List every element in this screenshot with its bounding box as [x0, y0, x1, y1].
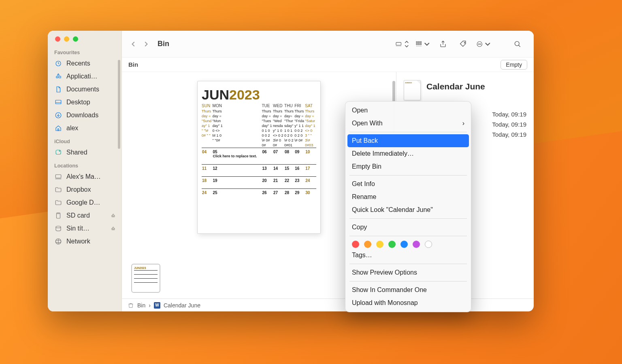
- sidebar-item-label: Dropbox: [66, 186, 91, 193]
- svg-point-29: [478, 44, 479, 44]
- cal-year: 2023: [229, 87, 260, 103]
- sidebar-item-shared[interactable]: Shared: [48, 146, 121, 159]
- sd-icon: [54, 212, 62, 220]
- svg-rect-6: [55, 175, 61, 178]
- tag-color-none[interactable]: [425, 241, 432, 248]
- context-menu: OpenOpen With›Put BackDelete Immediately…: [345, 101, 471, 312]
- doc-icon: [54, 85, 62, 93]
- sidebar-item-googled[interactable]: Google D…: [48, 196, 121, 209]
- tags-button[interactable]: [456, 38, 471, 50]
- more-actions-button[interactable]: [476, 38, 491, 50]
- svg-rect-20: [416, 41, 418, 42]
- minimize-window-button[interactable]: [64, 36, 69, 42]
- svg-point-5: [59, 150, 60, 152]
- menu-separator: [349, 281, 467, 281]
- sidebar-item-applicati[interactable]: Applicati…: [48, 70, 121, 83]
- menu-item-show-preview-options[interactable]: Show Preview Options: [345, 266, 471, 279]
- sidebar-item-network[interactable]: Network: [48, 235, 121, 248]
- sidebar-item-recents[interactable]: Recents: [48, 57, 121, 70]
- tag-color-red[interactable]: [352, 241, 359, 248]
- sidebar-section-label: iCloud: [48, 135, 121, 146]
- sidebar-section-label: Favourites: [48, 46, 121, 57]
- tag-color-pu[interactable]: [413, 241, 420, 248]
- toolbar: Bin: [122, 31, 534, 57]
- shared-icon: [54, 148, 62, 157]
- sidebar-item-label: SD card: [66, 212, 90, 219]
- svg-rect-23: [416, 43, 418, 44]
- window-controls: [48, 36, 121, 46]
- menu-item-upload-with-monosnap[interactable]: Upload with Monosnap: [345, 296, 471, 309]
- sidebar-item-sintt[interactable]: Sin tít…: [48, 222, 121, 235]
- sidebar-item-desktop[interactable]: Desktop: [48, 96, 121, 109]
- location-bar: Bin Empty: [122, 57, 534, 72]
- close-window-button[interactable]: [55, 36, 60, 42]
- desktop-icon: [54, 98, 62, 106]
- group-by-button[interactable]: [415, 38, 430, 50]
- forward-button[interactable]: [140, 38, 152, 50]
- view-mode-button[interactable]: [395, 38, 410, 50]
- menu-item-open[interactable]: Open: [345, 104, 471, 117]
- sidebar-item-label: Shared: [66, 149, 87, 156]
- tag-color-or[interactable]: [364, 241, 371, 248]
- menu-item-open-with[interactable]: Open With›: [345, 117, 471, 130]
- window-title: Bin: [158, 40, 169, 48]
- sidebar-item-dropbox[interactable]: Dropbox: [48, 183, 121, 196]
- folder-icon: [54, 199, 62, 207]
- empty-bin-button[interactable]: Empty: [501, 60, 527, 70]
- zoom-window-button[interactable]: [73, 36, 78, 42]
- menu-item-put-back[interactable]: Put Back: [347, 134, 469, 147]
- tag-color-gr[interactable]: [388, 241, 396, 248]
- apps-icon: [54, 72, 62, 80]
- tag-color-row: [345, 238, 471, 249]
- sidebar-item-sdcard[interactable]: SD card: [48, 209, 121, 222]
- file-icon: JUN2023: [404, 80, 421, 100]
- path-segment[interactable]: Bin: [137, 302, 145, 309]
- menu-item-get-info[interactable]: Get Info: [345, 178, 471, 190]
- sidebar-item-label: Network: [66, 238, 90, 245]
- eject-icon[interactable]: [111, 212, 116, 219]
- sidebar-item-label: Applicati…: [66, 73, 97, 80]
- menu-item-tags-[interactable]: Tags…: [345, 249, 471, 262]
- path-bar: Bin › W Calendar June: [122, 298, 534, 311]
- menu-item-show-in-commander-one[interactable]: Show In Commander One: [345, 284, 471, 296]
- location-crumb: Bin: [128, 61, 138, 68]
- menu-item-empty-bin[interactable]: Empty Bin: [345, 160, 471, 173]
- svg-rect-25: [420, 43, 422, 44]
- svg-point-30: [479, 44, 480, 44]
- menu-separator: [349, 264, 467, 264]
- menu-separator: [349, 236, 467, 236]
- globe-icon: [54, 237, 62, 245]
- svg-rect-4: [58, 129, 59, 131]
- tag-color-bl[interactable]: [400, 241, 408, 248]
- menu-item-rename[interactable]: Rename: [345, 190, 471, 203]
- sidebar-item-label: Downloads: [66, 112, 98, 119]
- menu-item-quick-look--calendar-june-[interactable]: Quick Look "Calendar June": [345, 203, 471, 216]
- path-segment[interactable]: Calendar June: [164, 302, 200, 309]
- menu-item-delete-immediately-[interactable]: Delete Immediately…: [345, 147, 471, 160]
- sidebar-item-label: Documents: [66, 86, 99, 93]
- sidebar-scrollbar[interactable]: [118, 60, 120, 149]
- disk-icon: [54, 224, 62, 233]
- word-doc-icon: W: [154, 302, 160, 309]
- svg-point-27: [464, 42, 465, 43]
- sidebar-item-label: Sin tít…: [66, 225, 89, 232]
- sidebar-item-downloads[interactable]: Downloads: [48, 109, 121, 122]
- menu-separator: [349, 175, 467, 176]
- sidebar-item-alex[interactable]: alex: [48, 122, 121, 135]
- folder-icon: [54, 186, 62, 194]
- back-button[interactable]: [128, 38, 140, 50]
- sidebar-item-label: Alex's Ma…: [66, 173, 101, 180]
- svg-point-32: [515, 41, 519, 46]
- menu-item-copy[interactable]: Copy: [345, 221, 471, 234]
- sidebar-item-documents[interactable]: Documents: [48, 83, 121, 96]
- eject-icon[interactable]: [111, 225, 116, 232]
- sidebar-item-label: Desktop: [66, 99, 90, 106]
- sidebar-item-alexsma[interactable]: Alex's Ma…: [48, 170, 121, 183]
- mac-icon: [54, 173, 62, 181]
- tag-color-ye[interactable]: [376, 241, 383, 248]
- share-button[interactable]: [436, 38, 450, 50]
- thumbnail-item[interactable]: JUN2023: [131, 264, 160, 293]
- search-button[interactable]: [510, 38, 525, 50]
- sidebar-section-label: Locations: [48, 159, 121, 170]
- clock-icon: [54, 59, 62, 68]
